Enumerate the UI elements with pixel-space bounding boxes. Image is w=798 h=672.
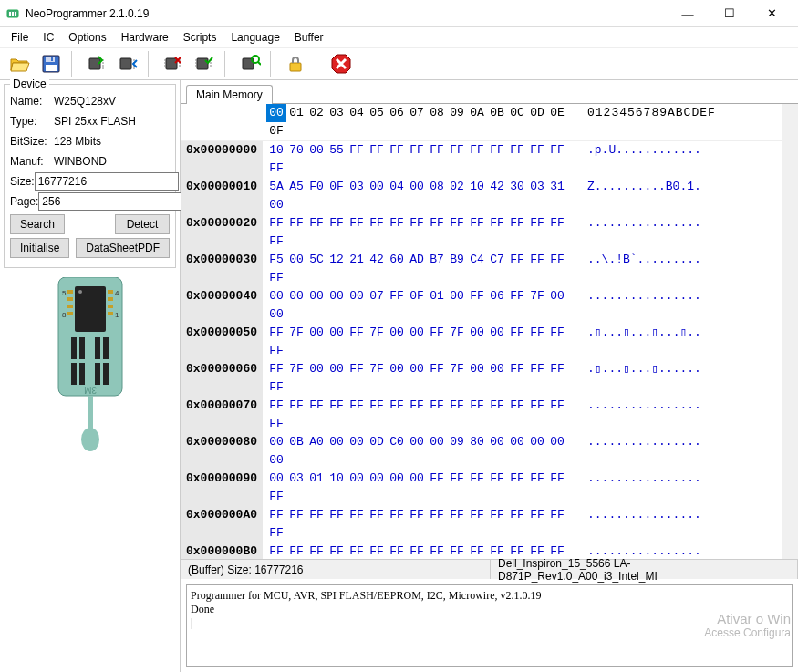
hex-ascii[interactable]: ................ <box>584 506 730 543</box>
svg-rect-22 <box>67 312 73 315</box>
erase-chip-button[interactable] <box>159 50 188 78</box>
svg-rect-3 <box>15 12 16 16</box>
hex-bytes[interactable]: FFFFFFFFFFFFFFFFFFFFFFFFFFFFFFFF <box>263 506 584 543</box>
menu-buffer[interactable]: Buffer <box>287 29 331 46</box>
menu-file[interactable]: File <box>4 29 36 46</box>
hex-ascii[interactable]: ................ <box>584 214 730 251</box>
menu-scripts[interactable]: Scripts <box>176 29 224 46</box>
hex-header: 000102030405060708090A0B0C0D0E0F 0123456… <box>181 104 782 141</box>
datasheet-button[interactable]: DataSheetPDF <box>76 238 170 258</box>
hex-row[interactable]: 0x00000050FF7F0000FF7F0000FF7F0000FFFFFF… <box>181 324 782 360</box>
hex-ascii[interactable]: .▯...▯...▯...... <box>584 360 730 397</box>
folder-open-icon <box>9 54 31 74</box>
svg-rect-31 <box>71 337 77 359</box>
hex-row[interactable]: 0x00000030F5005C12214260ADB7B9C4C7FFFFFF… <box>181 251 782 287</box>
read-chip-button[interactable] <box>82 50 111 78</box>
hex-row[interactable]: 0x00000080000BA000000DC00000098000000000… <box>181 433 782 470</box>
hex-ascii[interactable]: .p.U............ <box>584 141 730 178</box>
chip-verify-icon <box>193 54 215 74</box>
svg-rect-25 <box>108 305 113 308</box>
title-bar: NeoProgrammer 2.1.0.19 — ☐ ✕ <box>0 0 798 27</box>
status-bar: (Buffer) Size: 16777216 Dell_Inspiron_15… <box>181 559 798 579</box>
hex-ascii[interactable]: ................ <box>584 543 730 559</box>
hex-address: 0x00000070 <box>181 397 263 433</box>
menu-ic[interactable]: IC <box>36 29 61 46</box>
toolbar <box>0 47 798 80</box>
hex-row[interactable]: 0x0000000010700055FFFFFFFFFFFFFFFFFFFFFF… <box>181 141 782 178</box>
menu-language[interactable]: Language <box>223 29 286 46</box>
hex-row[interactable]: 0x00000060FF7F0000FF7F0000FF7F0000FFFFFF… <box>181 360 782 397</box>
status-filename: Dell_Inspiron_15_5566 LA-D871P_Rev1.0_A0… <box>491 560 798 579</box>
hex-bytes[interactable]: 10700055FFFFFFFFFFFFFFFFFFFFFFFF <box>263 141 584 178</box>
hex-row[interactable]: 0x00000020FFFFFFFFFFFFFFFFFFFFFFFFFFFFFF… <box>181 214 782 251</box>
close-button[interactable]: ✕ <box>751 0 793 27</box>
svg-point-41 <box>81 428 99 451</box>
svg-rect-10 <box>166 58 177 69</box>
hex-row[interactable]: 0x000000B0FFFFFFFFFFFFFFFFFFFFFFFFFFFFFF… <box>181 543 782 559</box>
hex-row[interactable]: 0x000000900003011000000000FFFFFFFFFFFFFF… <box>181 470 782 506</box>
detect-chip-button[interactable] <box>235 50 264 78</box>
svg-rect-38 <box>103 363 109 385</box>
hex-row[interactable]: 0x000000A0FFFFFFFFFFFFFFFFFFFFFFFFFFFFFF… <box>181 506 782 543</box>
toolbar-separator <box>71 51 77 77</box>
svg-rect-36 <box>79 363 85 385</box>
tabs: Main Memory <box>181 80 798 104</box>
hex-bytes[interactable]: 5AA5F00F030004000802104230033100 <box>263 178 584 214</box>
maximize-button[interactable]: ☐ <box>709 0 751 27</box>
initialise-button[interactable]: Initialise <box>10 238 69 258</box>
vertical-scrollbar[interactable] <box>782 104 798 559</box>
minimize-button[interactable]: — <box>667 0 709 27</box>
hex-ascii[interactable]: Z..........B0.1. <box>584 178 730 214</box>
hex-ascii[interactable]: ................ <box>584 287 730 324</box>
hex-ascii[interactable]: ................ <box>584 433 730 470</box>
svg-rect-19 <box>67 290 73 294</box>
svg-text:1: 1 <box>115 311 119 319</box>
stop-icon <box>330 53 352 75</box>
search-button[interactable]: Search <box>10 214 65 234</box>
hex-bytes[interactable]: FF7F0000FF7F0000FF7F0000FFFFFFFF <box>263 360 584 397</box>
hex-bytes[interactable]: 000000000007FF0F0100FF06FF7F0000 <box>263 287 584 324</box>
detect-button[interactable]: Detect <box>115 214 170 234</box>
hex-address: 0x00000000 <box>181 141 263 178</box>
chip-read-icon <box>86 54 108 74</box>
lock-button[interactable] <box>281 50 310 78</box>
hex-bytes[interactable]: FFFFFFFFFFFFFFFFFFFFFFFFFFFFFFFF <box>263 214 584 251</box>
hex-ascii[interactable]: ................ <box>584 470 730 506</box>
size-input[interactable] <box>35 172 179 191</box>
tab-main-memory[interactable]: Main Memory <box>186 85 273 104</box>
hex-bytes[interactable]: FF7F0000FF7F0000FF7F0000FFFFFFFF <box>263 324 584 360</box>
value-manuf: WINBOND <box>54 155 170 168</box>
label-manuf: Manuf: <box>10 155 54 168</box>
status-empty <box>399 560 491 579</box>
menu-options[interactable]: Options <box>61 29 113 46</box>
stop-button[interactable] <box>326 50 356 78</box>
hex-bytes[interactable]: 000BA000000DC0000009800000000000 <box>263 433 584 470</box>
hex-row[interactable]: 0x00000040000000000007FF0F0100FF06FF7F00… <box>181 287 782 324</box>
hex-ascii[interactable]: ..\.!B`......... <box>584 251 730 287</box>
hex-editor[interactable]: 000102030405060708090A0B0C0D0E0F 0123456… <box>181 104 782 559</box>
hex-bytes[interactable]: FFFFFFFFFFFFFFFFFFFFFFFFFFFFFFFF <box>263 397 584 433</box>
menu-hardware[interactable]: Hardware <box>114 29 176 46</box>
open-file-button[interactable] <box>5 50 35 78</box>
write-chip-button[interactable] <box>113 50 142 78</box>
label-bitsize: BitSize: <box>10 135 54 148</box>
hex-bytes[interactable]: FFFFFFFFFFFFFFFFFFFFFFFFFFFFFFFF <box>263 543 584 559</box>
hex-address: 0x000000A0 <box>181 506 263 543</box>
hex-row[interactable]: 0x000000105AA5F00F0300040008021042300331… <box>181 178 782 214</box>
hex-address: 0x00000030 <box>181 251 263 287</box>
toolbar-separator <box>148 51 153 77</box>
svg-rect-20 <box>67 297 73 301</box>
toolbar-separator <box>270 51 275 77</box>
hex-ascii[interactable]: .▯...▯...▯...▯.. <box>584 324 730 360</box>
page-input[interactable] <box>38 192 182 211</box>
save-file-button[interactable] <box>36 50 66 78</box>
hex-bytes[interactable]: 0003011000000000FFFFFFFFFFFFFFFF <box>263 470 584 506</box>
verify-chip-button[interactable] <box>190 50 219 78</box>
chip-diagram: 54 81 3M <box>4 272 176 668</box>
device-group: Device Name:W25Q128xV Type:SPI 25xx FLAS… <box>4 84 176 268</box>
hex-address: 0x00000090 <box>181 470 263 506</box>
hex-bytes[interactable]: F5005C12214260ADB7B9C4C7FFFFFFFF <box>263 251 584 287</box>
hex-ascii[interactable]: ................ <box>584 397 730 433</box>
hex-row[interactable]: 0x00000070FFFFFFFFFFFFFFFFFFFFFFFFFFFFFF… <box>181 397 782 433</box>
log-output[interactable]: Programmer for MCU, AVR, SPI FLASH/EEPRO… <box>186 584 793 667</box>
